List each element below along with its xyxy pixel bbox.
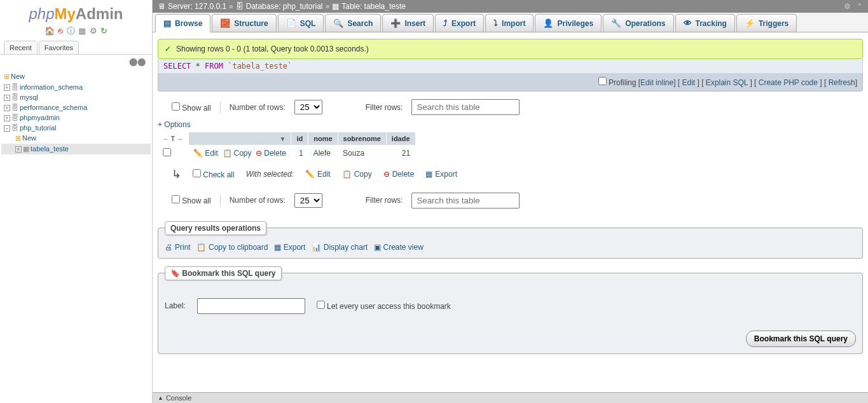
expand-icon[interactable]: + — [4, 85, 10, 91]
tab-insert[interactable]: ➕Insert — [382, 14, 434, 32]
bc-table[interactable]: tabela_teste — [364, 2, 406, 11]
settings-icon[interactable]: ⚙ — [90, 26, 97, 36]
sql-icon[interactable]: ▦ — [78, 26, 86, 36]
gear-icon[interactable]: ⚙ — [844, 2, 851, 11]
tab-label: Insert — [404, 19, 425, 28]
sql-icon: 📄 — [286, 18, 296, 28]
bulk-export[interactable]: ▦Export — [425, 170, 457, 179]
tab-sql[interactable]: 📄SQL — [278, 14, 324, 32]
export-icon: ▦ — [425, 170, 432, 179]
display-chart-link[interactable]: 📊Display chart — [312, 243, 368, 252]
col-nome[interactable]: nome — [308, 132, 338, 146]
profiling-label: Profiling — [609, 78, 636, 87]
chart-icon: 📊 — [312, 243, 321, 252]
tab-export[interactable]: ⤴Export — [435, 14, 484, 32]
show-all-checkbox[interactable] — [172, 102, 180, 111]
tab-structure[interactable]: 🧱Structure — [212, 14, 276, 32]
create-view-link[interactable]: ▣Create view — [374, 243, 424, 252]
logo-php: php — [29, 5, 54, 22]
create-php-link[interactable]: Create PHP code — [759, 78, 818, 87]
tab-search[interactable]: 🔍Search — [325, 14, 381, 32]
collapse-icon[interactable]: − — [4, 125, 10, 132]
filter-input-bottom[interactable] — [411, 193, 520, 208]
expand-icon[interactable]: + — [4, 105, 10, 111]
tree-new[interactable]: ⊞New — [1, 71, 151, 82]
export-icon: ⤴ — [443, 18, 448, 28]
expand-icon[interactable]: + — [15, 146, 22, 153]
tree-db-php-tutorial[interactable]: −🗄php_tutorial — [1, 123, 151, 133]
export-icon: ▦ — [274, 243, 281, 252]
bookmark-icon: 🔖 — [170, 269, 180, 278]
check-all-label[interactable]: Check all — [203, 170, 234, 179]
privileges-icon: 👤 — [543, 18, 553, 28]
bulk-edit[interactable]: ✏️Edit — [305, 170, 331, 179]
col-sobrenome[interactable]: sobrenome — [338, 132, 386, 146]
tab-favorites[interactable]: Favorites — [39, 41, 79, 55]
tab-triggers[interactable]: ⚡Triggers — [736, 14, 797, 32]
tree-db-mysql[interactable]: +🗄mysql — [1, 92, 151, 102]
show-all-checkbox-bottom[interactable] — [172, 195, 180, 203]
tab-tracking[interactable]: 👁Tracking — [675, 14, 735, 32]
row-edit[interactable]: ✏️Edit — [193, 149, 218, 158]
show-all-label: Show all — [182, 196, 210, 205]
print-link[interactable]: 🖨Print — [165, 243, 191, 252]
bookmark-fieldset: 🔖 Bookmark this SQL query Label: Let eve… — [158, 266, 863, 354]
bookmark-button[interactable]: Bookmark this SQL query — [746, 331, 856, 347]
row-copy[interactable]: 📋Copy — [223, 149, 252, 158]
bulk-actions: ↳ Check all With selected: ✏️Edit 📋Copy … — [153, 161, 868, 185]
table-row[interactable]: ✏️Edit 📋Copy ⊖Delete 1 Alefe Souza 21 — [158, 146, 415, 161]
console-bar[interactable]: ▲ Console — [153, 392, 868, 403]
tree-db-performance-schema[interactable]: +🗄performance_schema — [1, 102, 151, 113]
logo-my: My — [55, 5, 76, 22]
filter-input[interactable] — [411, 99, 520, 115]
tab-import[interactable]: ⤵Import — [485, 14, 534, 32]
col-id[interactable]: id — [291, 132, 308, 146]
cell-idade: 21 — [386, 146, 415, 161]
bookmark-label-input[interactable] — [197, 298, 305, 314]
bc-database[interactable]: php_tutorial — [283, 2, 323, 11]
profiling-checkbox[interactable] — [598, 77, 607, 85]
options-link[interactable]: + Options — [158, 120, 191, 129]
copy-clipboard-link[interactable]: 📋Copy to clipboard — [196, 243, 268, 252]
tree-table-tabela-teste[interactable]: +▦tabela_teste — [1, 144, 151, 154]
col-idade[interactable]: idade — [386, 132, 415, 146]
explain-link[interactable]: Explain SQL — [706, 78, 748, 87]
expand-icon[interactable]: + — [4, 95, 10, 101]
bookmark-public-checkbox[interactable] — [317, 301, 325, 309]
results-ops-legend: Query results operations — [165, 221, 266, 235]
reload-icon[interactable]: ↻ — [100, 26, 107, 36]
expand-icon[interactable]: + — [4, 115, 10, 121]
edit-inline-link[interactable]: Edit inline — [640, 78, 673, 87]
refresh-link[interactable]: Refresh — [829, 78, 855, 87]
bulk-copy[interactable]: 📋Copy — [342, 170, 372, 179]
num-rows-select[interactable]: 25 — [294, 100, 322, 114]
check-all-checkbox[interactable] — [193, 169, 201, 177]
copy-icon: 📋 — [223, 149, 232, 158]
view-icon: ▣ — [374, 243, 381, 252]
row-delete[interactable]: ⊖Delete — [256, 149, 286, 158]
bc-server[interactable]: 127.0.0.1 — [195, 2, 226, 11]
tab-recent[interactable]: Recent — [4, 41, 38, 55]
edit-link[interactable]: Edit — [682, 78, 695, 87]
pencil-icon: ✏️ — [193, 149, 203, 158]
collapse-panel-icon[interactable]: ⌃ — [857, 2, 863, 11]
info-icon[interactable]: ⓘ — [67, 26, 75, 36]
home-icon[interactable]: 🏠 — [45, 26, 55, 36]
bulk-delete[interactable]: ⊖Delete — [383, 170, 415, 179]
logo[interactable]: phpMyAdmin — [0, 0, 152, 24]
tab-browse[interactable]: ▤Browse — [155, 14, 210, 32]
exit-icon[interactable]: ⎋ — [58, 26, 63, 36]
sort-toggle[interactable]: ▼ — [280, 135, 286, 142]
tree-db-phpmyadmin[interactable]: +🗄phpmyadmin — [1, 113, 151, 123]
link-icon[interactable]: ⬤⬤ — [129, 57, 146, 66]
tab-privileges[interactable]: 👤Privileges — [535, 14, 602, 32]
tree-db-new-table[interactable]: ⊞New — [1, 133, 151, 144]
row-checkbox[interactable] — [163, 148, 171, 156]
sort-controls[interactable]: ← T → — [163, 135, 183, 142]
tree-new-label: New — [22, 134, 36, 142]
tab-label: Privileges — [557, 19, 593, 28]
tab-operations[interactable]: 🔧Operations — [603, 14, 673, 32]
num-rows-select-bottom[interactable]: 25 — [294, 193, 322, 208]
tree-db-information-schema[interactable]: +🗄information_schema — [1, 82, 151, 92]
export-link[interactable]: ▦Export — [274, 243, 306, 252]
